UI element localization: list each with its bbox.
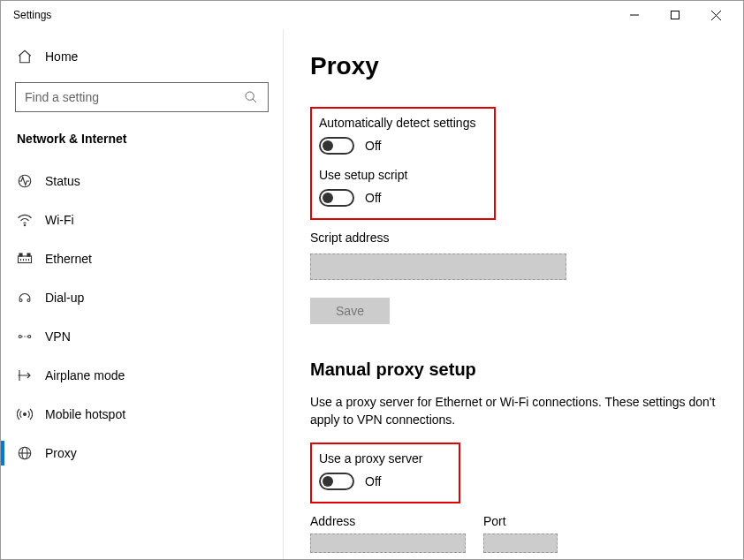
toggle-state: Off <box>365 139 381 153</box>
hotspot-icon <box>17 406 33 422</box>
sidebar-item-label: Dial-up <box>45 291 84 305</box>
titlebar: Settings <box>1 1 743 29</box>
sidebar-item-status[interactable]: Status <box>1 162 283 201</box>
svg-rect-9 <box>19 254 22 256</box>
content-area: Proxy Automatically detect settings Off … <box>284 29 743 559</box>
script-address-input <box>310 254 566 280</box>
svg-point-17 <box>19 336 21 338</box>
svg-point-20 <box>24 413 27 416</box>
minimize-button[interactable] <box>614 1 655 29</box>
close-button[interactable] <box>695 1 736 29</box>
toggle-switch-icon <box>319 137 354 155</box>
setup-script-label: Use setup script <box>319 168 487 182</box>
toggle-switch-icon <box>319 473 354 490</box>
window-title: Settings <box>8 9 51 21</box>
save-button: Save <box>310 298 390 324</box>
home-icon <box>17 49 33 64</box>
highlight-auto-section: Automatically detect settings Off Use se… <box>310 107 496 220</box>
sidebar-item-proxy[interactable]: Proxy <box>1 434 283 473</box>
wifi-icon <box>17 212 33 228</box>
proxy-icon <box>17 445 33 461</box>
highlight-manual-section: Use a proxy server Off <box>310 443 460 503</box>
airplane-icon <box>17 367 33 383</box>
manual-description: Use a proxy server for Ethernet or Wi-Fi… <box>310 394 717 428</box>
sidebar-item-label: VPN <box>45 329 71 344</box>
address-label: Address <box>310 514 466 528</box>
svg-point-7 <box>24 224 26 226</box>
auto-detect-toggle[interactable]: Off <box>319 137 381 155</box>
use-proxy-toggle[interactable]: Off <box>319 473 381 490</box>
port-input <box>483 534 558 553</box>
sidebar-item-label: Ethernet <box>45 252 92 266</box>
svg-point-15 <box>19 299 22 302</box>
page-title: Proxy <box>310 52 717 80</box>
script-address-label: Script address <box>310 231 717 245</box>
sidebar-item-label: Status <box>45 174 80 188</box>
search-icon <box>243 89 259 105</box>
search-input[interactable] <box>25 90 243 104</box>
svg-point-18 <box>28 336 31 338</box>
sidebar-item-dialup[interactable]: Dial-up <box>1 278 283 317</box>
sidebar-item-hotspot[interactable]: Mobile hotspot <box>1 395 283 434</box>
search-box[interactable] <box>15 82 269 112</box>
toggle-switch-icon <box>319 189 354 207</box>
sidebar-item-label: Mobile hotspot <box>45 407 125 421</box>
sidebar-item-ethernet[interactable]: Ethernet <box>1 239 283 278</box>
port-label: Port <box>483 514 558 528</box>
toggle-state: Off <box>365 191 381 205</box>
setup-script-toggle[interactable]: Off <box>319 189 381 207</box>
svg-line-5 <box>253 99 256 102</box>
manual-section-title: Manual proxy setup <box>310 359 717 380</box>
sidebar-item-label: Proxy <box>45 446 77 460</box>
sidebar-item-wifi[interactable]: Wi-Fi <box>1 201 283 239</box>
nav-home-label: Home <box>45 49 78 64</box>
nav-home[interactable]: Home <box>1 40 283 73</box>
sidebar: Home Network & Internet Status Wi-Fi <box>1 29 284 559</box>
svg-rect-8 <box>19 256 32 263</box>
vpn-icon <box>17 329 33 344</box>
svg-rect-1 <box>672 11 679 19</box>
sidebar-item-label: Airplane mode <box>45 368 125 382</box>
address-input <box>310 534 466 553</box>
sidebar-item-airplane[interactable]: Airplane mode <box>1 356 283 395</box>
svg-rect-10 <box>27 254 30 256</box>
dialup-icon <box>17 290 33 306</box>
window-controls <box>614 1 736 29</box>
svg-point-16 <box>27 299 30 302</box>
use-proxy-label: Use a proxy server <box>319 451 452 465</box>
sidebar-item-vpn[interactable]: VPN <box>1 317 283 356</box>
ethernet-icon <box>17 251 33 267</box>
toggle-state: Off <box>365 474 381 488</box>
auto-detect-label: Automatically detect settings <box>319 116 487 130</box>
sidebar-section-header: Network & Internet <box>1 126 283 162</box>
status-icon <box>17 173 33 189</box>
maximize-button[interactable] <box>655 1 695 29</box>
sidebar-item-label: Wi-Fi <box>45 213 74 227</box>
svg-point-4 <box>246 92 254 100</box>
